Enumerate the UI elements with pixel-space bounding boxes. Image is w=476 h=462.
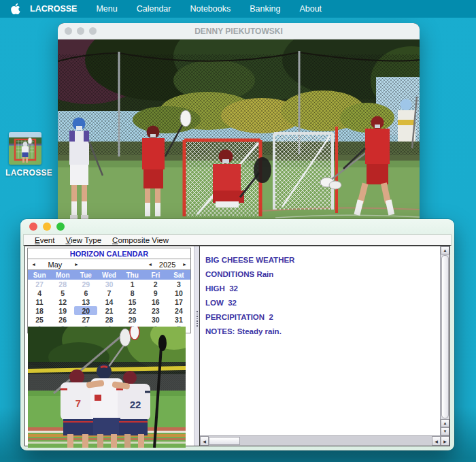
splitter-grip-icon bbox=[197, 311, 198, 327]
photo-window-titlebar[interactable]: DENNY PIEKUTOWSKI bbox=[58, 23, 420, 39]
calendar-day-selected[interactable]: 20 bbox=[74, 306, 97, 315]
note-line: HIGH 32 bbox=[205, 282, 440, 296]
calendar-week-row: 45678910 bbox=[28, 288, 190, 297]
calendar-day[interactable]: 21 bbox=[97, 306, 120, 315]
calendar-day[interactable]: 23 bbox=[144, 306, 167, 315]
scroll-down-icon[interactable]: ▼ bbox=[441, 427, 449, 435]
desktop-icon-label: LACROSSE bbox=[5, 168, 45, 178]
horizontal-scrollbar[interactable]: ◀ ◀ ▶ bbox=[200, 435, 449, 446]
app-menubar: Event View Type Composite View bbox=[23, 234, 452, 246]
calendar-nav: ◄ May ► ◄ 2025 ► bbox=[28, 259, 190, 270]
apple-menu[interactable] bbox=[5, 3, 26, 14]
note-line: LOW 32 bbox=[205, 296, 440, 310]
calendar-day[interactable]: 19 bbox=[51, 306, 74, 315]
calendar-day[interactable]: 27 bbox=[28, 280, 51, 288]
calendar-day[interactable]: 10 bbox=[167, 288, 190, 297]
calendar-day[interactable]: 18 bbox=[28, 306, 51, 315]
horizontal-scroll-thumb[interactable] bbox=[209, 437, 240, 445]
scroll-right-icon[interactable]: ▶ bbox=[441, 436, 449, 446]
calendar-day[interactable]: 31 bbox=[167, 315, 190, 324]
note-line: CONDITIONS Rain bbox=[205, 267, 440, 282]
photo-viewer-window: DENNY PIEKUTOWSKI bbox=[58, 23, 420, 227]
left-pane: HORIZON CALENDAR ◄ May ► ◄ 2025 ► SunMon… bbox=[25, 246, 194, 446]
note-line: BIG CHEESE WEATHER bbox=[205, 253, 440, 267]
calendar-day[interactable]: 22 bbox=[121, 306, 144, 315]
close-button[interactable] bbox=[29, 222, 37, 231]
day-header: Tue bbox=[74, 270, 97, 280]
day-header: Fri bbox=[144, 270, 167, 280]
weather-notes-text[interactable]: BIG CHEESE WEATHERCONDITIONS RainHIGH 32… bbox=[200, 246, 440, 435]
scroll-up-icon[interactable]: ▲ bbox=[441, 419, 449, 427]
next-month-arrow-icon[interactable]: ► bbox=[71, 259, 82, 270]
calendar-day[interactable]: 4 bbox=[28, 288, 51, 297]
menu-view-type[interactable]: View Type bbox=[65, 236, 101, 244]
calendar-title: HORIZON CALENDAR bbox=[28, 248, 190, 259]
calendar-day[interactable]: 11 bbox=[28, 297, 51, 306]
minimize-button[interactable] bbox=[43, 222, 51, 231]
day-header: Mon bbox=[51, 270, 74, 280]
menu-item-about[interactable]: About bbox=[299, 4, 322, 14]
lacrosse-game-photo bbox=[58, 39, 420, 227]
calendar-day[interactable]: 29 bbox=[121, 315, 144, 324]
active-app-name[interactable]: LACROSSE bbox=[30, 4, 77, 14]
right-pane: BIG CHEESE WEATHERCONDITIONS RainHIGH 32… bbox=[200, 246, 449, 446]
calendar-day[interactable]: 9 bbox=[144, 288, 167, 297]
note-line: NOTES: Steady rain. bbox=[205, 325, 440, 339]
calendar-day[interactable]: 30 bbox=[97, 280, 120, 288]
scroll-up-icon[interactable]: ▲ bbox=[441, 246, 449, 254]
calendar-day[interactable]: 14 bbox=[97, 297, 120, 306]
system-menubar: LACROSSE Menu Calendar Notebooks Banking… bbox=[0, 0, 476, 18]
calendar-day[interactable]: 13 bbox=[74, 297, 97, 306]
calendar-day[interactable]: 28 bbox=[51, 280, 74, 288]
calendar-day[interactable]: 29 bbox=[74, 280, 97, 288]
menu-item-notebooks[interactable]: Notebooks bbox=[190, 4, 231, 14]
scroll-left-icon[interactable]: ◀ bbox=[432, 436, 441, 446]
day-header: Thu bbox=[121, 270, 144, 280]
day-header: Sat bbox=[167, 270, 190, 280]
next-year-arrow-icon[interactable]: ► bbox=[179, 259, 190, 270]
calendar-grid: 2728293012345678910111213141516171819202… bbox=[28, 280, 190, 333]
zoom-button[interactable] bbox=[56, 222, 65, 231]
calendar-day[interactable]: 17 bbox=[167, 297, 190, 306]
photo-window-title: DENNY PIEKUTOWSKI bbox=[58, 27, 420, 36]
calendar-day[interactable]: 5 bbox=[51, 288, 74, 297]
calendar-day[interactable]: 2 bbox=[144, 280, 167, 288]
prev-month-arrow-icon[interactable]: ◄ bbox=[28, 259, 39, 270]
menu-composite-view[interactable]: Composite View bbox=[112, 236, 169, 244]
calendar-month: May bbox=[39, 261, 71, 269]
team-huddle-photo: 7 22 bbox=[28, 327, 186, 443]
horizon-calendar: HORIZON CALENDAR ◄ May ► ◄ 2025 ► SunMon… bbox=[27, 248, 191, 333]
calendar-week-row: 25262728293031 bbox=[28, 315, 190, 324]
main-window-titlebar[interactable] bbox=[20, 219, 454, 234]
menu-item-banking[interactable]: Banking bbox=[250, 4, 280, 14]
composite-content: HORIZON CALENDAR ◄ May ► ◄ 2025 ► SunMon… bbox=[24, 246, 450, 446]
calendar-day[interactable]: 15 bbox=[121, 297, 144, 306]
apple-icon bbox=[11, 3, 20, 14]
svg-text:7: 7 bbox=[75, 397, 81, 409]
desktop-icon-lacrosse[interactable]: LACROSSE bbox=[5, 132, 45, 178]
vertical-scroll-thumb[interactable] bbox=[441, 255, 449, 418]
calendar-day[interactable]: 25 bbox=[28, 315, 51, 324]
menu-item-calendar[interactable]: Calendar bbox=[137, 4, 171, 14]
calendar-day[interactable]: 6 bbox=[74, 288, 97, 297]
scroll-left-icon[interactable]: ◀ bbox=[200, 436, 209, 446]
horizontal-scroll-track[interactable] bbox=[240, 436, 432, 446]
calendar-day[interactable]: 28 bbox=[97, 315, 120, 324]
calendar-day[interactable]: 26 bbox=[51, 315, 74, 324]
calendar-day[interactable]: 30 bbox=[144, 315, 167, 324]
vertical-scrollbar[interactable]: ▲ ▲ ▼ bbox=[440, 246, 449, 435]
calendar-day[interactable]: 24 bbox=[167, 306, 190, 315]
calendar-day[interactable]: 1 bbox=[121, 280, 144, 288]
svg-text:22: 22 bbox=[130, 399, 141, 410]
calendar-day[interactable]: 27 bbox=[74, 315, 97, 324]
calendar-day[interactable]: 8 bbox=[121, 288, 144, 297]
calendar-day[interactable]: 12 bbox=[51, 297, 74, 306]
calendar-day[interactable]: 3 bbox=[167, 280, 190, 288]
menu-event[interactable]: Event bbox=[35, 236, 54, 244]
calendar-week-row: 18192021222324 bbox=[28, 306, 190, 315]
calendar-day[interactable]: 7 bbox=[97, 288, 120, 297]
prev-year-arrow-icon[interactable]: ◄ bbox=[144, 259, 156, 270]
pane-splitter[interactable] bbox=[194, 246, 200, 446]
calendar-day[interactable]: 16 bbox=[144, 297, 167, 306]
menu-item-menu[interactable]: Menu bbox=[96, 4, 117, 14]
